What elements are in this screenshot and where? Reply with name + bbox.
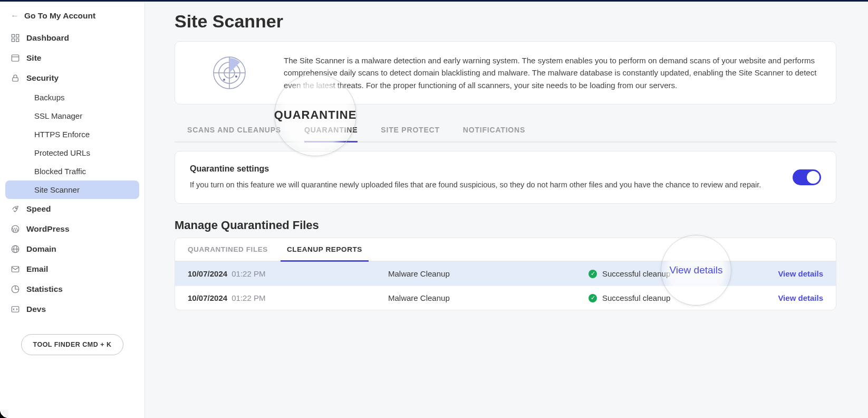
sidebar-item-label: Domain (26, 244, 56, 254)
svg-rect-3 (16, 39, 19, 42)
sidebar-item-dashboard[interactable]: Dashboard (0, 28, 144, 48)
check-icon: ✓ (589, 294, 597, 302)
check-icon: ✓ (589, 270, 597, 278)
svg-point-20 (235, 75, 237, 78)
devs-icon (11, 305, 20, 314)
sidebar-item-security[interactable]: Security (0, 68, 144, 88)
wordpress-icon (11, 224, 20, 234)
sidebar-item-label: Site (26, 53, 41, 63)
report-row[interactable]: 10/07/2024 01:22 PM Malware Cleanup ✓ Su… (175, 286, 836, 310)
report-time: 01:22 PM (232, 269, 265, 278)
go-back-label: Go To My Account (24, 11, 95, 21)
view-details-link[interactable]: View details (778, 293, 823, 302)
dashboard-icon (11, 33, 20, 43)
sidebar-sub-protected-urls[interactable]: Protected URLs (5, 144, 139, 162)
svg-rect-4 (12, 55, 19, 61)
svg-rect-0 (12, 34, 14, 37)
intro-text: The Site Scanner is a malware detection … (284, 54, 821, 91)
svg-rect-1 (16, 34, 19, 37)
sidebar-item-wordpress[interactable]: WordPress (0, 219, 144, 239)
speed-icon (11, 204, 20, 214)
sidebar-item-domain[interactable]: Domain (0, 239, 144, 259)
window-corner (0, 410, 8, 418)
tab-site-protect[interactable]: SITE PROTECT (381, 118, 440, 141)
quarantine-table-card: QUARANTINED FILES CLEANUP REPORTS 10/07/… (175, 238, 836, 310)
svg-rect-6 (13, 78, 18, 81)
sidebar-sub-https-enforce[interactable]: HTTPS Enforce (5, 125, 139, 144)
sidebar-item-label: Email (26, 264, 48, 274)
sidebar-item-label: Devs (26, 305, 46, 314)
report-type: Malware Cleanup (388, 269, 589, 278)
svg-rect-14 (12, 307, 19, 312)
sidebar-sub-ssl-manager[interactable]: SSL Manager (5, 107, 139, 125)
security-icon (11, 73, 20, 83)
quarantine-settings-card: Quarantine settings If you turn on this … (175, 151, 836, 204)
sidebar: ← Go To My Account Dashboard Site Securi… (0, 2, 145, 418)
sidebar-item-label: Statistics (26, 284, 63, 294)
report-time: 01:22 PM (232, 293, 265, 302)
email-icon (11, 264, 20, 274)
sidebar-item-label: Speed (26, 204, 51, 214)
arrow-left-icon: ← (11, 11, 19, 21)
page-title: Site Scanner (175, 11, 836, 32)
svg-point-21 (223, 79, 225, 81)
intro-card: The Site Scanner is a malware detection … (175, 41, 836, 104)
statistics-icon (11, 284, 20, 294)
site-icon (11, 53, 20, 63)
domain-icon (11, 244, 20, 254)
sidebar-item-site[interactable]: Site (0, 48, 144, 68)
go-to-my-account-link[interactable]: ← Go To My Account (0, 7, 144, 28)
report-date: 10/07/2024 (188, 293, 227, 302)
report-status: Successful cleanup (602, 293, 670, 302)
security-sublist: Backups SSL Manager HTTPS Enforce Protec… (0, 88, 144, 199)
sidebar-item-statistics[interactable]: Statistics (0, 279, 144, 299)
sidebar-item-email[interactable]: Email (0, 259, 144, 279)
sidebar-item-speed[interactable]: Speed (0, 199, 144, 219)
svg-rect-12 (12, 267, 19, 272)
tab-notifications[interactable]: NOTIFICATIONS (463, 118, 525, 141)
sidebar-sub-backups[interactable]: Backups (5, 88, 139, 107)
main-content: Site Scanner The Site Scanner is a malwa… (145, 2, 868, 418)
report-date: 10/07/2024 (188, 269, 227, 278)
tab-quarantine[interactable]: QUARANTINE (304, 118, 358, 141)
tool-finder-button[interactable]: TOOL FINDER CMD + K (21, 334, 124, 355)
tab-cleanup-reports[interactable]: CLEANUP REPORTS (287, 238, 362, 261)
tab-quarantined-files[interactable]: QUARANTINED FILES (188, 238, 268, 261)
primary-tabs: SCANS AND CLEANUPS QUARANTINE SITE PROTE… (175, 118, 836, 142)
quarantine-toggle[interactable] (793, 169, 821, 185)
sidebar-item-devs[interactable]: Devs (0, 299, 144, 319)
svg-point-7 (15, 207, 16, 208)
sidebar-sub-blocked-traffic[interactable]: Blocked Traffic (5, 162, 139, 180)
report-type: Malware Cleanup (388, 293, 589, 302)
sidebar-item-label: Dashboard (26, 33, 69, 43)
quarantine-settings-title: Quarantine settings (190, 164, 777, 174)
sidebar-item-label: WordPress (26, 224, 70, 234)
quarantine-settings-description: If you turn on this feature we will quar… (190, 179, 777, 191)
tab-scans-and-cleanups[interactable]: SCANS AND CLEANUPS (187, 118, 281, 141)
radar-icon (190, 54, 269, 91)
manage-quarantined-files-title: Manage Quarantined Files (175, 218, 836, 232)
sidebar-item-label: Security (26, 73, 59, 83)
secondary-tabs: QUARANTINED FILES CLEANUP REPORTS (175, 238, 836, 262)
svg-rect-2 (12, 39, 14, 42)
view-details-link[interactable]: View details (778, 269, 823, 278)
report-row[interactable]: 10/07/2024 01:22 PM Malware Cleanup ✓ Su… (175, 262, 836, 286)
report-rows: 10/07/2024 01:22 PM Malware Cleanup ✓ Su… (175, 262, 836, 310)
report-status: Successful cleanup (602, 269, 670, 278)
sidebar-sub-site-scanner[interactable]: Site Scanner (5, 180, 139, 199)
